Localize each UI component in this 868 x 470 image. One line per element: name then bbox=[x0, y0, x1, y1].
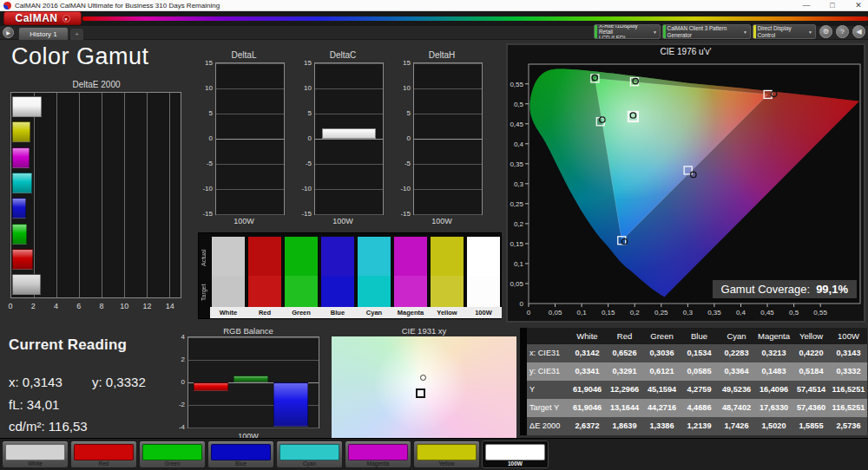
actual-swatch-green bbox=[285, 237, 318, 276]
table-row-label: x: CIE31 bbox=[527, 344, 569, 362]
bar-yellow bbox=[12, 121, 30, 142]
table-header-100w: 100W bbox=[830, 328, 867, 344]
swatch-label: Blue bbox=[321, 307, 354, 318]
tick-label: 8 bbox=[94, 302, 109, 310]
svg-text:0,1: 0,1 bbox=[577, 309, 588, 317]
pattern-swatch-red[interactable]: Red bbox=[70, 441, 137, 468]
svg-text:0,05: 0,05 bbox=[549, 309, 562, 317]
measurement-table: WhiteRedGreenBlueCyanMagentaYellow100Wx:… bbox=[520, 328, 867, 435]
grid-line bbox=[188, 337, 319, 338]
grid-line bbox=[216, 189, 284, 190]
window-titlebar: CalMAN 2016 CalMAN Ultimate for Business… bbox=[0, 0, 868, 11]
minimize-button[interactable]: — bbox=[797, 0, 816, 10]
swatch-label: Cyan bbox=[358, 307, 391, 318]
tab-history-1[interactable]: History 1 bbox=[18, 27, 69, 40]
table-cell: 16,4096 bbox=[755, 381, 792, 399]
swatch-color bbox=[279, 444, 339, 460]
table-cell: 0,5184 bbox=[792, 362, 830, 381]
table-cell: 57,4360 bbox=[792, 399, 830, 417]
table-cell: 0,4220 bbox=[792, 344, 830, 362]
device-button-meter[interactable]: X-Rite i1Display Retail LCD (LED)▼ bbox=[594, 24, 661, 39]
svg-text:0,45: 0,45 bbox=[510, 121, 523, 128]
current-reading-title: Current Reading bbox=[9, 336, 127, 354]
table-header-yellow: Yellow bbox=[792, 328, 830, 344]
tick-label: 4 bbox=[174, 333, 185, 341]
svg-text:0: 0 bbox=[520, 300, 524, 308]
grid-line bbox=[414, 88, 482, 89]
page-title: Color Gamut bbox=[11, 43, 149, 70]
bar-red bbox=[194, 382, 228, 391]
device-label: X-Rite i1Display Retail LCD (LED) bbox=[597, 24, 653, 39]
close-button[interactable]: ✕ bbox=[849, 0, 868, 10]
logo-text: CalMAN bbox=[15, 12, 57, 24]
cie-1976-chart: CIE 1976 u'v' bbox=[506, 43, 865, 323]
table-cell: 57,4514 bbox=[792, 381, 830, 399]
device-button-display-control[interactable]: Direct Display Control▼ bbox=[753, 24, 816, 39]
collapse-button[interactable]: ◀ bbox=[852, 25, 865, 38]
swatch-color bbox=[211, 444, 271, 460]
grid-line bbox=[315, 139, 383, 140]
table-cell: 2,5736 bbox=[830, 417, 867, 435]
actual-swatch-white bbox=[212, 237, 245, 276]
bar-red bbox=[12, 249, 33, 270]
bar-green bbox=[233, 375, 268, 382]
svg-text:0,15: 0,15 bbox=[602, 309, 615, 317]
cie-1931-chart: CIE 1931 xy bbox=[330, 326, 518, 444]
svg-text:0,2: 0,2 bbox=[630, 309, 641, 317]
table-cell: 2,6372 bbox=[569, 417, 606, 435]
swatch-label: Red bbox=[71, 460, 136, 467]
pattern-swatch-blue[interactable]: Blue bbox=[207, 441, 274, 468]
coverage-label: Gamut Coverage: bbox=[721, 283, 811, 296]
coverage-value: 99,1% bbox=[816, 283, 848, 296]
swatch-color bbox=[142, 444, 202, 460]
table-row-label: y: CIE31 bbox=[527, 362, 569, 381]
svg-text:0,55: 0,55 bbox=[510, 81, 523, 88]
pattern-swatch-white[interactable]: White bbox=[2, 441, 69, 468]
tick-label: 5 bbox=[297, 109, 312, 117]
bar-100w bbox=[322, 128, 376, 139]
pattern-swatch-yellow[interactable]: Yellow bbox=[413, 441, 480, 468]
grid-line bbox=[188, 428, 319, 428]
help-button[interactable]: ? bbox=[836, 25, 849, 38]
swatch-label: White bbox=[3, 460, 68, 467]
pattern-swatch-magenta[interactable]: Magenta bbox=[345, 441, 411, 468]
pattern-swatch-cyan[interactable]: Cyan bbox=[276, 441, 343, 468]
grid-line bbox=[414, 63, 482, 64]
chevron-down-icon: ▼ bbox=[653, 29, 660, 35]
calman-menu-button[interactable]: CalMAN ▼ bbox=[3, 11, 82, 25]
add-tab-button[interactable]: + bbox=[70, 29, 83, 40]
calman-window: CalMAN 2016 CalMAN Ultimate for Business… bbox=[0, 0, 868, 470]
grid-line bbox=[216, 214, 284, 215]
grid-line bbox=[315, 189, 383, 190]
tab-scroll-button[interactable]: ▶ bbox=[3, 27, 14, 38]
table-header-blank bbox=[527, 328, 569, 344]
grid-line bbox=[315, 63, 383, 64]
grid-line bbox=[124, 93, 125, 297]
actual-target-swatch-panel: Actual Target WhiteRedGreenBlueCyanMagen… bbox=[198, 232, 502, 319]
grid-line bbox=[216, 114, 284, 114]
tick-label: 15 bbox=[198, 59, 213, 67]
pattern-swatch-100w[interactable]: 100W bbox=[482, 441, 549, 468]
svg-text:0,15: 0,15 bbox=[510, 240, 523, 248]
svg-text:0,3: 0,3 bbox=[683, 309, 694, 317]
app-icon bbox=[3, 2, 11, 10]
table-cell: 61,9046 bbox=[569, 381, 606, 399]
swatch-color bbox=[5, 444, 65, 460]
deltah-plot-area bbox=[413, 62, 483, 215]
svg-text:0,25: 0,25 bbox=[510, 200, 523, 208]
swatch-label: Yellow bbox=[414, 460, 479, 467]
maximize-button[interactable]: □ bbox=[823, 0, 842, 10]
tick-label: -10 bbox=[396, 185, 411, 193]
device-button-pattern-source[interactable]: CalMAN Client 3 Pattern Generator▼ bbox=[662, 24, 751, 39]
tick-label: 0 bbox=[198, 134, 213, 142]
grid-line bbox=[414, 164, 482, 165]
settings-button[interactable]: ⚙ bbox=[819, 25, 832, 38]
swatch-label: Magenta bbox=[394, 307, 427, 318]
pattern-swatch-green[interactable]: Green bbox=[139, 441, 206, 468]
table-cell: 45,1594 bbox=[643, 381, 681, 399]
swatch-label: Cyan bbox=[277, 460, 342, 467]
svg-text:0,3: 0,3 bbox=[514, 180, 524, 188]
tick-label: 14 bbox=[162, 302, 178, 310]
swatch-label: Green bbox=[285, 307, 318, 318]
grid-line bbox=[315, 164, 383, 165]
